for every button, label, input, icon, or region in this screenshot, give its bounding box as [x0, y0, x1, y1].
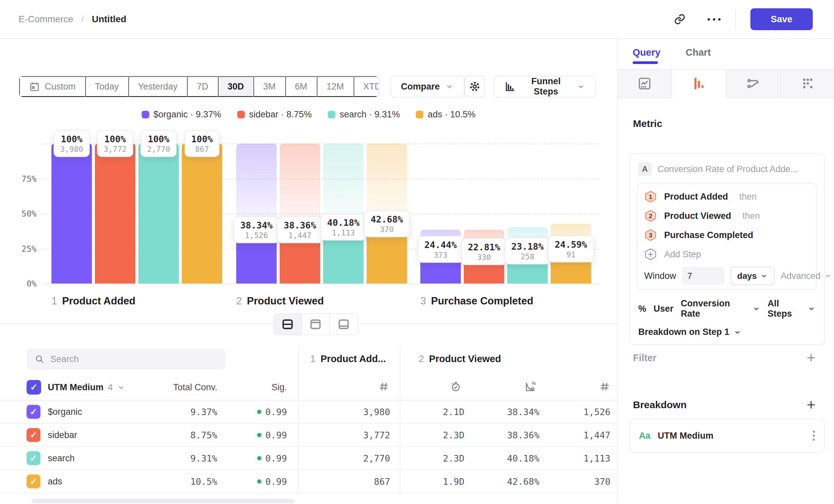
window-unit-select[interactable]: days — [730, 267, 775, 285]
sig-value: 0.99 — [265, 407, 287, 417]
funnel-bar-search-step1[interactable] — [138, 143, 179, 283]
layout-split-icon[interactable] — [274, 314, 302, 335]
row-checkbox[interactable]: ✓ — [26, 451, 41, 465]
panel-step-name: Product Viewed — [664, 211, 731, 221]
bar-pct-label: 42.68% — [371, 214, 403, 224]
sig-cell: 0.99 — [229, 407, 287, 417]
percent-symbol[interactable]: % — [638, 304, 646, 314]
row-name: sidebar — [48, 430, 77, 440]
bar-pct-label: 100% — [104, 134, 126, 144]
panel-tabs: Query Chart — [633, 47, 711, 64]
breakdown-on-select[interactable]: Breakdown on Step 1 — [637, 327, 817, 339]
funnel-tab-icon[interactable] — [672, 70, 726, 98]
sig-header[interactable]: Sig. — [229, 382, 287, 393]
step-number-badge: 1 — [644, 190, 657, 203]
bar-count-label: 1,113 — [327, 228, 359, 237]
svg-text:3: 3 — [649, 232, 653, 239]
group-column-header[interactable]: UTM Medium 4 — [48, 382, 125, 393]
link-icon[interactable] — [671, 10, 688, 28]
step-number-badge: 2 — [644, 210, 657, 222]
app: E-Commerce / Untitled Save CustomTodayYe… — [0, 0, 834, 504]
select-all-checkbox[interactable]: ✓ — [26, 380, 41, 395]
measure-select[interactable]: Conversion Rate — [681, 298, 760, 319]
bar-pct-label: 40.18% — [327, 217, 359, 228]
table-header-row: ✓ UTM Medium 4 Total Conv. Sig. % — [0, 375, 617, 400]
bar-value-label: 24.59%91 — [548, 236, 594, 262]
funnel-bar-organic-step1[interactable] — [51, 143, 92, 283]
funnel-step-row[interactable]: 3Purchase Completed — [644, 226, 809, 245]
grid-dots-tab-icon[interactable] — [781, 70, 834, 98]
add-filter-icon[interactable] — [806, 352, 817, 363]
bar-count-label: 1,526 — [240, 231, 273, 240]
funnel-steps-card: 1Product Addedthen2Product Viewedthen3Pu… — [637, 183, 817, 290]
funnel-bar-ads-step1[interactable] — [182, 143, 222, 283]
tab-query[interactable]: Query — [633, 47, 660, 64]
layout-bottom-panel-icon[interactable] — [330, 314, 358, 335]
bar-value-label: 23.18%258 — [505, 238, 550, 265]
row-checkbox[interactable]: ✓ — [26, 475, 41, 488]
more-menu-icon[interactable] — [708, 18, 721, 21]
scope-select[interactable]: All Steps — [768, 298, 815, 319]
counting-row: % User Conversion Rate All Steps — [637, 298, 817, 319]
bar-count-label: 373 — [424, 250, 457, 259]
avg-time-column-icon[interactable] — [450, 381, 462, 394]
row-checkbox[interactable]: ✓ — [26, 428, 41, 442]
layout-top-panel-icon[interactable] — [302, 314, 330, 335]
time-cell: 1.9D — [411, 477, 464, 487]
funnel-step-label: 3Purchase Completed — [420, 295, 533, 307]
window-row: Window days Advanced — [644, 267, 809, 285]
conversion-column-icon[interactable]: % — [524, 381, 536, 394]
metric-name-row[interactable]: A Conversion Rate of Product Adde... — [637, 160, 817, 178]
y-axis-tick: 75% — [10, 174, 37, 183]
step-header-label: Product Viewed — [429, 353, 501, 364]
table-row: ✓$organic9.37%3,9802.1D38.34%1,5260.99 — [0, 400, 617, 424]
time-cell: 2.1D — [411, 407, 464, 417]
funnel-chart: 75%50%25%0%100%3,980100%3,772100%2,77010… — [0, 39, 617, 324]
conv-cell: 40.18% — [481, 453, 540, 463]
c1-cell: 2,770 — [319, 453, 390, 463]
kebab-menu-icon[interactable] — [813, 431, 815, 441]
breakdown-section: Breakdown — [633, 399, 817, 411]
counting-entity[interactable]: User — [654, 304, 674, 314]
layout-view-toggle — [273, 313, 358, 335]
funnel-step-row[interactable]: 1Product Addedthen — [644, 187, 809, 206]
add-breakdown-icon[interactable] — [806, 399, 817, 411]
step-name: Product Viewed — [247, 295, 324, 307]
steps-list: 1Product Addedthen2Product Viewedthen3Pu… — [644, 187, 809, 264]
bar-count-label: 370 — [371, 225, 403, 233]
bar-pct-label: 38.36% — [284, 220, 316, 230]
count-column-icon[interactable] — [378, 381, 390, 394]
sig-dot — [257, 456, 261, 461]
count-column-icon[interactable] — [599, 381, 610, 394]
total-conv-header[interactable]: Total Conv. — [146, 382, 217, 393]
funnel-bar-sidebar-step1[interactable] — [95, 143, 135, 283]
breakdown-heading: Breakdown — [633, 399, 687, 411]
flow-tab-icon[interactable] — [726, 70, 781, 98]
advanced-toggle[interactable]: Advanced — [781, 271, 832, 281]
add-step-button[interactable]: Add Step — [644, 245, 809, 264]
metric-name: Conversion Rate of Product Adde... — [658, 164, 798, 175]
breadcrumb-workspace[interactable]: E-Commerce — [19, 14, 73, 25]
chevron-down-icon — [808, 305, 815, 313]
chevron-down-icon — [733, 328, 742, 336]
conv-cell: 38.36% — [481, 430, 540, 440]
time-cell: 2.3D — [411, 453, 464, 463]
sig-cell: 0.99 — [229, 477, 287, 487]
filter-heading: Filter — [633, 352, 657, 363]
conv-cell: 38.34% — [481, 407, 540, 417]
search-input[interactable] — [50, 354, 218, 364]
breakdown-item[interactable]: Aa UTM Medium — [629, 418, 825, 453]
funnel-step-row[interactable]: 2Product Viewedthen — [644, 206, 809, 226]
horizontal-scrollbar[interactable] — [31, 499, 294, 503]
breadcrumb-title[interactable]: Untitled — [92, 14, 126, 25]
window-value-input[interactable] — [682, 267, 725, 285]
bar-count-label: 1,447 — [284, 231, 316, 240]
time-cell: 2.3D — [411, 430, 464, 440]
bar-count-label: 3,772 — [104, 145, 126, 154]
save-button[interactable]: Save — [750, 8, 813, 30]
table-step-header: 1Product Add... — [310, 353, 386, 364]
metric-card: A Conversion Rate of Product Adde... 1Pr… — [629, 153, 825, 345]
tab-chart[interactable]: Chart — [686, 47, 711, 64]
line-chart-tab-icon[interactable] — [618, 70, 672, 98]
row-checkbox[interactable]: ✓ — [26, 405, 41, 419]
